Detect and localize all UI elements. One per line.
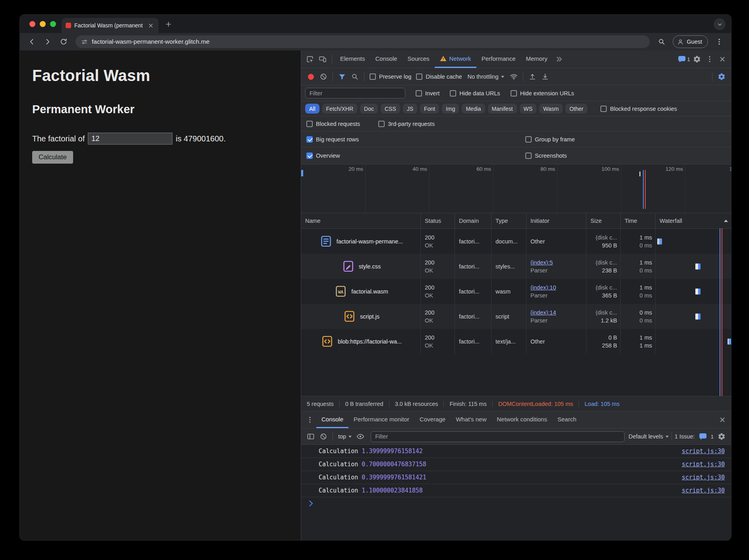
source-link[interactable]: script.js:30 xyxy=(682,487,725,494)
device-toolbar-icon[interactable] xyxy=(316,53,329,66)
network-filter-input[interactable] xyxy=(305,88,405,98)
clear-network-log-button[interactable] xyxy=(317,70,330,83)
network-overview[interactable]: 20 ms 40 ms 60 ms 80 ms 100 ms 120 ms 14… xyxy=(301,164,731,213)
chip-manifest[interactable]: Manifest xyxy=(488,104,517,114)
chip-all[interactable]: All xyxy=(305,104,319,114)
calculate-button[interactable]: Calculate xyxy=(32,151,73,164)
request-row-blob[interactable]: blob:https://factorial-wa... 200OK facto… xyxy=(301,329,731,354)
disable-cache-checkbox[interactable]: Disable cache xyxy=(416,73,462,80)
drawer-tab-console[interactable]: Console xyxy=(316,411,348,428)
chip-doc[interactable]: Doc xyxy=(360,104,378,114)
preserve-log-checkbox[interactable]: Preserve log xyxy=(370,73,411,80)
network-search-button[interactable] xyxy=(348,70,361,83)
browser-menu-button[interactable] xyxy=(712,35,726,49)
clear-console-icon[interactable] xyxy=(317,430,330,443)
issues-link[interactable]: 1 Issue: 1 xyxy=(675,433,714,440)
screenshots-checkbox[interactable]: Screenshots xyxy=(525,153,731,159)
source-link[interactable]: script.js:30 xyxy=(682,448,725,455)
tab-close-icon[interactable] xyxy=(147,21,155,29)
drawer-tab-whats-new[interactable]: What's new xyxy=(451,411,492,428)
column-header-waterfall[interactable]: Waterfall xyxy=(655,213,731,228)
factorial-input[interactable] xyxy=(88,133,172,145)
third-party-requests-checkbox[interactable]: 3rd-party requests xyxy=(378,121,435,127)
record-network-log-button[interactable] xyxy=(304,70,317,83)
column-header-name[interactable]: Name xyxy=(301,213,420,228)
column-header-status[interactable]: Status xyxy=(420,213,455,228)
drawer-tab-coverage[interactable]: Coverage xyxy=(414,411,451,428)
reload-button[interactable] xyxy=(56,35,71,49)
chip-other[interactable]: Other xyxy=(565,104,587,114)
request-row-stylesheet[interactable]: style.css 200OK factori... styles... (in… xyxy=(301,254,731,279)
overview-checkbox[interactable]: Overview xyxy=(306,153,525,159)
network-settings-icon[interactable] xyxy=(715,70,728,83)
drawer-tab-network-conditions[interactable]: Network conditions xyxy=(492,411,552,428)
column-header-size[interactable]: Size xyxy=(586,213,620,228)
console-prompt[interactable] xyxy=(301,497,731,510)
tab-network[interactable]: Network xyxy=(435,50,476,68)
console-sidebar-icon[interactable] xyxy=(304,430,317,443)
devtools-settings-icon[interactable] xyxy=(691,53,703,66)
blocked-response-cookies-checkbox[interactable]: Blocked response cookies xyxy=(600,106,677,112)
column-header-initiator[interactable]: Initiator xyxy=(526,213,586,228)
column-header-time[interactable]: Time xyxy=(620,213,655,228)
import-har-button[interactable] xyxy=(526,70,539,83)
tab-search-button[interactable] xyxy=(714,18,726,30)
console-filter-input[interactable] xyxy=(371,431,624,442)
execution-context-dropdown[interactable]: top xyxy=(338,433,352,440)
initiator-link[interactable]: (index):5 xyxy=(530,259,583,266)
inspect-element-icon[interactable] xyxy=(304,53,316,66)
network-conditions-icon[interactable] xyxy=(507,70,520,83)
eye-icon[interactable] xyxy=(354,430,367,443)
tab-memory[interactable]: Memory xyxy=(521,50,553,68)
forward-button[interactable] xyxy=(41,35,55,49)
new-tab-button[interactable] xyxy=(162,17,175,31)
hide-data-urls-checkbox[interactable]: Hide data URLs xyxy=(450,90,500,97)
chip-js[interactable]: JS xyxy=(403,104,417,114)
drawer-menu-icon[interactable] xyxy=(304,413,316,426)
address-bar[interactable]: factorial-wasm-permanent-worker.glitch.m… xyxy=(75,35,650,48)
chip-css[interactable]: CSS xyxy=(381,104,400,114)
chip-media[interactable]: Media xyxy=(462,104,485,114)
chip-wasm[interactable]: Wasm xyxy=(539,104,563,114)
back-button[interactable] xyxy=(25,35,39,49)
initiator-link[interactable]: (index):10 xyxy=(530,284,583,292)
group-by-frame-checkbox[interactable]: Group by frame xyxy=(525,136,731,143)
devtools-close-icon[interactable] xyxy=(716,53,729,66)
zoom-icon[interactable] xyxy=(654,35,669,49)
chip-img[interactable]: Img xyxy=(442,104,459,114)
filter-toggle-button[interactable] xyxy=(336,70,348,83)
invert-checkbox[interactable]: Invert xyxy=(416,90,439,97)
console-settings-icon[interactable] xyxy=(715,430,728,443)
close-window-button[interactable] xyxy=(29,21,35,27)
chip-ws[interactable]: WS xyxy=(520,104,537,114)
blocked-requests-checkbox[interactable]: Blocked requests xyxy=(306,121,360,127)
big-request-rows-checkbox[interactable]: Big request rows xyxy=(306,136,525,143)
log-levels-dropdown[interactable]: Default levels xyxy=(629,433,669,440)
request-row-wasm[interactable]: factorial.wasm 200OK factori... wasm (in… xyxy=(301,279,731,304)
tab-performance[interactable]: Performance xyxy=(476,50,521,68)
chip-fetch-xhr[interactable]: Fetch/XHR xyxy=(322,104,357,114)
site-settings-icon[interactable] xyxy=(81,39,88,45)
minimize-window-button[interactable] xyxy=(40,21,46,27)
more-tabs-icon[interactable] xyxy=(553,53,565,66)
source-link[interactable]: script.js:30 xyxy=(682,474,725,481)
profile-button[interactable]: Guest xyxy=(673,35,708,48)
drawer-tab-performance-monitor[interactable]: Performance monitor xyxy=(348,411,414,428)
chip-font[interactable]: Font xyxy=(420,104,439,114)
tab-console[interactable]: Console xyxy=(370,50,403,68)
browser-tab[interactable]: Factorial Wasm (permanent W xyxy=(62,18,159,33)
drawer-tab-search[interactable]: Search xyxy=(552,411,582,428)
drawer-close-icon[interactable] xyxy=(716,413,729,426)
column-header-domain[interactable]: Domain xyxy=(455,213,491,228)
issues-counter[interactable]: 1 xyxy=(678,53,691,66)
devtools-menu-icon[interactable] xyxy=(703,53,716,66)
tab-elements[interactable]: Elements xyxy=(335,50,370,68)
column-header-type[interactable]: Type xyxy=(491,213,526,228)
request-row-script[interactable]: script.js 200OK factori... script (index… xyxy=(301,304,731,329)
zoom-window-button[interactable] xyxy=(50,21,56,27)
initiator-link[interactable]: (index):14 xyxy=(530,309,583,317)
hide-extension-urls-checkbox[interactable]: Hide extension URLs xyxy=(511,90,574,97)
source-link[interactable]: script.js:30 xyxy=(682,461,725,468)
request-row-document[interactable]: factorial-wasm-permane... 200OK factori.… xyxy=(301,229,731,254)
export-har-button[interactable] xyxy=(539,70,552,83)
